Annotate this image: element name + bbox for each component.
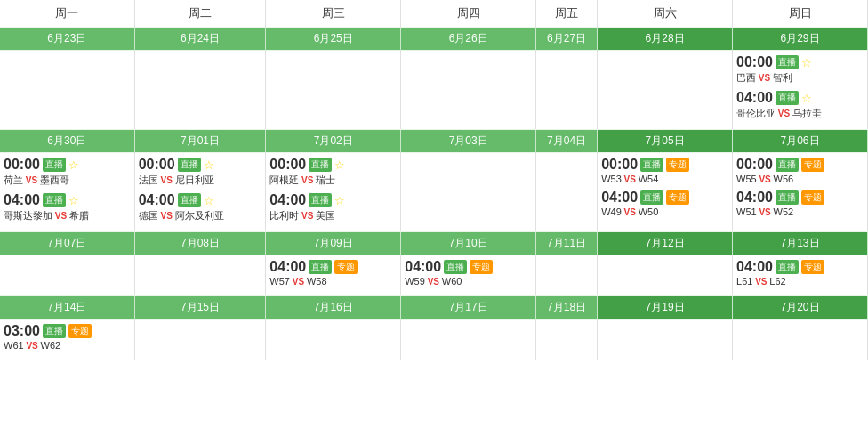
- games-cell: [0, 255, 134, 296]
- game-time: 00:00: [4, 157, 40, 173]
- game-time: 04:00: [736, 259, 773, 275]
- star-icon[interactable]: ☆: [204, 194, 214, 207]
- vs-label: VS: [158, 211, 175, 221]
- date-cell: 7月20日: [733, 296, 868, 320]
- games-cell: [134, 51, 266, 130]
- date-cell: 7月13日: [733, 232, 868, 255]
- team1: W59: [405, 276, 425, 287]
- games-cell: [0, 51, 134, 130]
- games-cell: [134, 320, 266, 360]
- date-cell: 6月29日: [733, 28, 868, 51]
- games-cell: 04:00直播专题W57 VS W58: [266, 255, 401, 296]
- star-icon[interactable]: ☆: [68, 194, 79, 207]
- special-badge: 专题: [666, 190, 689, 205]
- live-badge: 直播: [178, 193, 201, 207]
- star-icon[interactable]: ☆: [334, 194, 345, 207]
- games-cell: 04:00直播专题L61 VS L62: [733, 255, 868, 296]
- game-time-line: 00:00直播☆: [736, 54, 864, 70]
- date-cell: 6月28日: [598, 28, 733, 51]
- games-cell: 03:00直播专题W61 VS W62: [0, 320, 134, 360]
- game-time: 04:00: [269, 192, 306, 208]
- star-icon[interactable]: ☆: [68, 158, 79, 172]
- vs-label: VS: [425, 277, 442, 287]
- game-time: 04:00: [405, 259, 441, 275]
- special-badge: 专题: [801, 158, 824, 172]
- team1: 荷兰: [4, 174, 23, 185]
- game-entry: 04:00直播☆德国 VS 阿尔及利亚: [139, 192, 262, 222]
- games-row: 03:00直播专题W61 VS W62: [0, 320, 868, 360]
- game-time-line: 04:00直播专题: [736, 259, 864, 275]
- date-cell: 6月24日: [134, 28, 266, 51]
- star-icon[interactable]: ☆: [801, 92, 812, 105]
- game-time: 00:00: [269, 157, 306, 173]
- team1: W57: [269, 276, 290, 287]
- vs-label: VS: [23, 175, 40, 185]
- date-cell: 6月23日: [0, 28, 134, 51]
- day-header: 周四: [401, 0, 536, 28]
- game-time-line: 00:00直播☆: [269, 157, 397, 173]
- games-cell: [536, 51, 598, 130]
- star-icon[interactable]: ☆: [801, 56, 812, 69]
- game-time: 00:00: [736, 54, 773, 70]
- game-time-line: 04:00直播专题: [736, 190, 864, 206]
- date-row: 7月14日7月15日7月16日7月17日7月18日7月19日7月20日: [0, 296, 868, 320]
- live-badge: 直播: [776, 55, 799, 69]
- star-icon[interactable]: ☆: [204, 158, 214, 172]
- game-time-line: 04:00直播☆: [4, 192, 131, 208]
- game-time-line: 04:00直播专题: [405, 259, 532, 275]
- live-badge: 直播: [309, 193, 332, 207]
- game-teams: 哥斯达黎加 VS 希腊: [4, 209, 131, 222]
- team2: 阿尔及利亚: [175, 210, 224, 221]
- game-teams: W59 VS W60: [405, 276, 532, 287]
- date-row: 6月23日6月24日6月25日6月26日6月27日6月28日6月29日: [0, 28, 868, 51]
- games-cell: [536, 255, 598, 296]
- game-time: 04:00: [139, 192, 175, 208]
- vs-label: VS: [776, 109, 792, 118]
- game-time-line: 00:00直播☆: [139, 157, 262, 173]
- date-cell: 7月08日: [134, 232, 266, 255]
- live-badge: 直播: [776, 158, 799, 172]
- vs-label: VS: [24, 341, 41, 351]
- game-time: 00:00: [601, 157, 638, 173]
- game-teams: 巴西 VS 智利: [736, 71, 864, 85]
- game-teams: W51 VS W52: [736, 206, 864, 217]
- team1: W49: [601, 206, 622, 217]
- team2: 希腊: [69, 210, 89, 221]
- star-icon[interactable]: ☆: [334, 158, 345, 172]
- game-entry: 04:00直播专题W59 VS W60: [405, 259, 532, 287]
- team1: L61: [736, 276, 752, 287]
- date-cell: 7月07日: [0, 232, 134, 255]
- team2: 墨西哥: [40, 174, 69, 185]
- games-cell: 04:00直播专题W59 VS W60: [401, 255, 536, 296]
- team2: W58: [307, 276, 327, 287]
- date-cell: 7月12日: [598, 232, 733, 255]
- games-cell: [598, 255, 733, 296]
- games-row: 00:00直播☆巴西 VS 智利04:00直播☆哥伦比亚 VS 乌拉圭: [0, 51, 868, 130]
- game-entry: 00:00直播☆阿根廷 VS 瑞士: [269, 157, 397, 187]
- date-cell: 7月09日: [266, 232, 401, 255]
- team2: W50: [639, 206, 659, 217]
- game-entry: 00:00直播☆法国 VS 尼日利亚: [139, 157, 262, 187]
- live-badge: 直播: [776, 91, 799, 105]
- team1: 法国: [139, 174, 158, 185]
- game-time: 04:00: [736, 90, 773, 106]
- vs-label: VS: [158, 175, 175, 185]
- live-badge: 直播: [43, 324, 66, 338]
- games-cell: [401, 320, 536, 360]
- date-cell: 7月10日: [401, 232, 536, 255]
- live-badge: 直播: [309, 260, 332, 274]
- game-entry: 04:00直播专题L61 VS L62: [736, 259, 864, 287]
- games-cell: [401, 153, 536, 232]
- date-cell: 7月11日: [536, 232, 598, 255]
- game-time-line: 00:00直播专题: [601, 157, 728, 173]
- day-header: 周六: [598, 0, 733, 28]
- game-time: 03:00: [4, 323, 40, 339]
- date-row: 6月30日7月01日7月02日7月03日7月04日7月05日7月06日: [0, 130, 868, 153]
- game-time-line: 04:00直播专题: [601, 190, 728, 206]
- game-entry: 04:00直播☆比利时 VS 美国: [269, 192, 397, 222]
- team2: 瑞士: [316, 174, 335, 185]
- game-teams: 法国 VS 尼日利亚: [139, 174, 262, 187]
- game-entry: 00:00直播专题W53 VS W54: [601, 157, 728, 184]
- team1: 阿根廷: [269, 174, 299, 185]
- day-header: 周一: [0, 0, 134, 28]
